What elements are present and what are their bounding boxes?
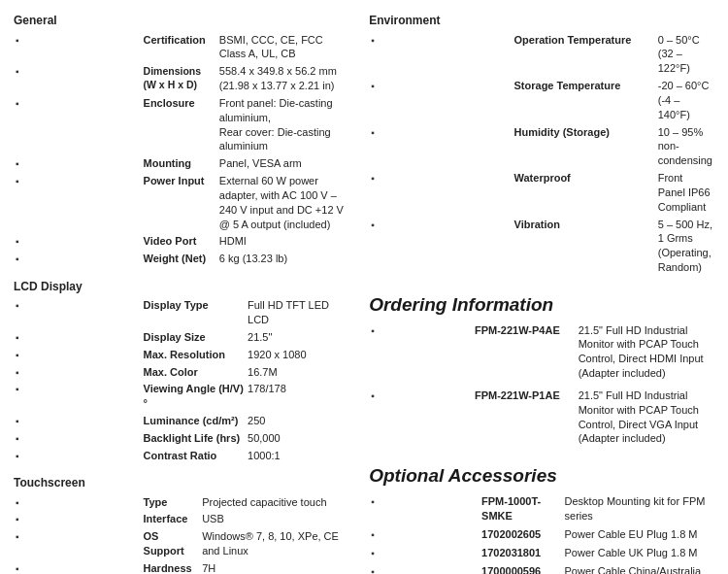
table-row: ▪ Contrast Ratio 1000:1 (14, 447, 349, 464)
spec-value: 10 – 95% non-condensing (656, 123, 714, 170)
spec-label: Certification (142, 31, 217, 63)
spec-value: External 60 W power adapter, with AC 100… (217, 173, 349, 233)
bullet: ▪ (14, 63, 142, 95)
spec-label: Enclosure (142, 94, 217, 154)
accessory-label: FPM-1000T-SMKE (480, 492, 562, 525)
spec-value: Panel, VESA arm (217, 155, 349, 173)
table-row: ▪ 1702031801 Power Cable UK Plug 1.8 M (369, 544, 714, 562)
spec-value: 558.4 x 349.8 x 56.2 mm (21.98 x 13.77 x… (217, 63, 349, 95)
bullet: ▪ (14, 94, 142, 154)
touchscreen-section-title: Touchscreen (14, 476, 349, 490)
table-row: ▪ Waterproof Front Panel IP66 Compliant (369, 170, 714, 217)
bullet: ▪ (14, 511, 142, 528)
table-row: ▪ Type Projected capacitive touch (14, 493, 349, 511)
left-column: General ▪ Certification BSMI, CCC, CE, F… (14, 14, 359, 574)
table-row: ▪ 1700000596 Power Cable China/Australia… (369, 562, 714, 574)
bullet: ▪ (14, 155, 142, 173)
table-row: ▪ Display Size 21.5" (14, 328, 349, 346)
bullet: ▪ (369, 170, 512, 217)
spec-value: 16.7M (246, 363, 349, 381)
table-row: ▪ FPM-221W-P4AE 21.5" Full HD Industrial… (369, 321, 714, 383)
bullet: ▪ (369, 562, 480, 574)
bullet: ▪ (14, 447, 142, 464)
spec-label: Display Size (142, 328, 246, 346)
accessory-value: Power Cable EU Plug 1.8 M (563, 525, 714, 544)
spec-value: 50,000 (246, 429, 349, 447)
bullet: ▪ (14, 328, 142, 346)
lcd-table: ▪ Display Type Full HD TFT LED LCD ▪ Dis… (14, 297, 349, 464)
spec-label: Hardness (142, 559, 201, 574)
spec-label: Interface (142, 511, 201, 528)
spec-label: Luminance (cd/m²) (142, 413, 246, 430)
bullet: ▪ (14, 346, 142, 363)
table-row: ▪ Interface USB (14, 511, 349, 528)
spec-value: 250 (246, 413, 349, 430)
accessory-label: 1702031801 (480, 544, 562, 562)
table-row: ▪ Certification BSMI, CCC, CE, FCC Class… (14, 31, 349, 63)
spec-value: -20 – 60°C (-4 – 140°F) (656, 78, 714, 124)
ordering-table: ▪ FPM-221W-P4AE 21.5" Full HD Industrial… (369, 321, 714, 449)
bullet: ▪ (369, 525, 480, 544)
spec-value: USB (200, 511, 349, 528)
table-row: ▪ Weight (Net) 6 kg (13.23 lb) (14, 251, 349, 268)
bullet: ▪ (14, 559, 142, 574)
bullet: ▪ (14, 429, 142, 447)
table-row: ▪ Enclosure Front panel: Die-casting alu… (14, 94, 349, 154)
bullet: ▪ (14, 233, 142, 251)
ordering-value: 21.5" Full HD Industrial Monitor with PC… (577, 387, 714, 448)
spec-label: Waterproof (513, 170, 656, 217)
table-row: ▪ Mounting Panel, VESA arm (14, 155, 349, 173)
table-row: ▪ Humidity (Storage) 10 – 95% non-conden… (369, 123, 714, 170)
table-row: ▪ 1702002605 Power Cable EU Plug 1.8 M (369, 525, 714, 544)
spec-label: Weight (Net) (142, 251, 217, 268)
accessory-value: Power Cable China/Australia Plug 1.8 M (563, 562, 714, 574)
spec-value: 178/178 (246, 381, 349, 413)
spec-label: Dimensions (W x H x D) (142, 63, 217, 95)
environment-table: ▪ Operation Temperature 0 – 50°C (32 – 1… (369, 31, 714, 277)
table-row: ▪ Luminance (cd/m²) 250 (14, 413, 349, 430)
table-row: ▪ FPM-1000T-SMKE Desktop Mounting kit fo… (369, 492, 714, 525)
spec-value: Front panel: Die-casting aluminium,Rear … (217, 94, 349, 154)
table-row: ▪ Power Input External 60 W power adapte… (14, 173, 349, 233)
spec-value: Windows® 7, 8, 10, XPe, CE and Linux (200, 528, 349, 560)
spec-label: Max. Color (142, 363, 246, 381)
table-row: ▪ Display Type Full HD TFT LED LCD (14, 297, 349, 329)
bullet: ▪ (14, 251, 142, 268)
spec-label: Mounting (142, 155, 217, 173)
right-column: Environment ▪ Operation Temperature 0 – … (359, 14, 714, 574)
spec-label: Storage Temperature (513, 78, 656, 124)
bullet: ▪ (369, 321, 473, 383)
spec-label: Viewing Angle (H/V)° (142, 381, 246, 413)
bullet: ▪ (369, 492, 480, 525)
accessory-value: Power Cable UK Plug 1.8 M (563, 544, 714, 562)
table-row: ▪ Hardness 7H (14, 559, 349, 574)
table-row: ▪ Max. Resolution 1920 x 1080 (14, 346, 349, 363)
general-table: ▪ Certification BSMI, CCC, CE, FCC Class… (14, 31, 349, 268)
spec-label: Backlight Life (hrs) (142, 429, 246, 447)
table-row: ▪ Vibration 5 – 500 Hz, 1 Grms (Operatin… (369, 216, 714, 276)
ordering-section-title: Ordering Information (369, 294, 714, 316)
bullet: ▪ (369, 123, 512, 170)
table-row: ▪ FPM-221W-P1AE 21.5" Full HD Industrial… (369, 387, 714, 448)
bullet: ▪ (369, 544, 480, 562)
bullet: ▪ (369, 78, 512, 124)
lcd-section-title: LCD Display (14, 280, 349, 293)
bullet: ▪ (14, 363, 142, 381)
spec-value: 7H (200, 559, 349, 574)
ordering-label: FPM-221W-P1AE (473, 387, 577, 448)
spec-label: Type (142, 493, 201, 511)
spec-label: Humidity (Storage) (513, 123, 656, 170)
table-row: ▪ OS Support Windows® 7, 8, 10, XPe, CE … (14, 528, 349, 560)
table-row: ▪ Storage Temperature -20 – 60°C (-4 – 1… (369, 78, 714, 124)
bullet: ▪ (369, 387, 473, 448)
general-section-title: General (14, 14, 349, 27)
table-row: ▪ Max. Color 16.7M (14, 363, 349, 381)
bullet: ▪ (369, 31, 512, 78)
spec-label: Video Port (142, 233, 217, 251)
bullet: ▪ (14, 31, 142, 63)
spec-label: Operation Temperature (513, 31, 656, 78)
environment-section-title: Environment (369, 14, 714, 27)
accessories-table: ▪ FPM-1000T-SMKE Desktop Mounting kit fo… (369, 492, 714, 574)
table-row: ▪ Video Port HDMI (14, 233, 349, 251)
table-row: ▪ Backlight Life (hrs) 50,000 (14, 429, 349, 447)
